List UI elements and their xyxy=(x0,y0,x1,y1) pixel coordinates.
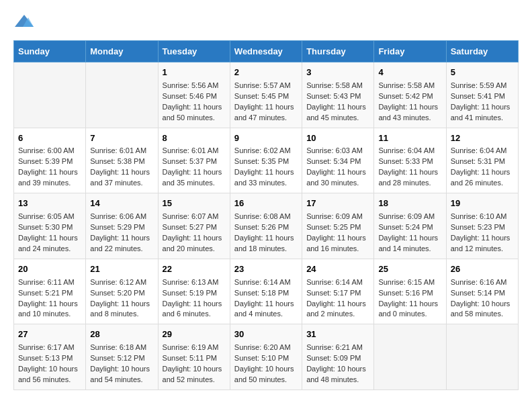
sunrise-info: Sunrise: 6:09 AMSunset: 5:24 PMDaylight:… xyxy=(378,212,438,253)
calendar-cell xyxy=(446,324,518,390)
sunrise-info: Sunrise: 6:18 AMSunset: 5:12 PMDaylight:… xyxy=(90,343,150,383)
calendar-body: 1 Sunrise: 5:56 AMSunset: 5:46 PMDayligh… xyxy=(14,62,519,390)
sunrise-info: Sunrise: 6:10 AMSunset: 5:23 PMDaylight:… xyxy=(451,212,511,253)
calendar-header: SundayMondayTuesdayWednesdayThursdayFrid… xyxy=(14,41,519,62)
sunrise-info: Sunrise: 6:07 AMSunset: 5:27 PMDaylight:… xyxy=(163,212,222,253)
sunrise-info: Sunrise: 6:21 AMSunset: 5:09 PMDaylight:… xyxy=(306,343,366,383)
calendar-cell: 20 Sunrise: 6:11 AMSunset: 5:21 PMDaylig… xyxy=(14,259,86,324)
day-number: 19 xyxy=(451,197,514,210)
weekday-row: SundayMondayTuesdayWednesdayThursdayFrid… xyxy=(14,41,519,62)
sunrise-info: Sunrise: 6:17 AMSunset: 5:13 PMDaylight:… xyxy=(18,343,78,383)
sunrise-info: Sunrise: 6:12 AMSunset: 5:20 PMDaylight:… xyxy=(90,278,150,318)
sunrise-info: Sunrise: 6:14 AMSunset: 5:18 PMDaylight:… xyxy=(234,278,294,318)
day-number: 30 xyxy=(234,328,298,341)
calendar-cell xyxy=(374,324,446,390)
sunrise-info: Sunrise: 6:00 AMSunset: 5:39 PMDaylight:… xyxy=(18,146,78,187)
sunrise-info: Sunrise: 6:01 AMSunset: 5:38 PMDaylight:… xyxy=(90,146,150,187)
day-number: 29 xyxy=(163,328,226,341)
day-number: 17 xyxy=(306,197,369,210)
calendar-cell: 28 Sunrise: 6:18 AMSunset: 5:12 PMDaylig… xyxy=(86,324,158,390)
day-number: 15 xyxy=(163,197,226,210)
day-number: 22 xyxy=(163,263,226,276)
sunrise-info: Sunrise: 6:05 AMSunset: 5:30 PMDaylight:… xyxy=(18,212,78,253)
logo-icon xyxy=(13,13,35,30)
calendar-cell: 17 Sunrise: 6:09 AMSunset: 5:25 PMDaylig… xyxy=(302,193,374,259)
calendar-cell: 22 Sunrise: 6:13 AMSunset: 5:19 PMDaylig… xyxy=(158,259,230,324)
day-number: 7 xyxy=(90,132,153,145)
day-number: 1 xyxy=(163,66,226,79)
calendar-cell: 6 Sunrise: 6:00 AMSunset: 5:39 PMDayligh… xyxy=(14,128,86,193)
sunrise-info: Sunrise: 5:56 AMSunset: 5:46 PMDaylight:… xyxy=(163,81,222,122)
day-number: 21 xyxy=(90,263,153,276)
day-number: 5 xyxy=(451,66,514,79)
sunrise-info: Sunrise: 6:13 AMSunset: 5:19 PMDaylight:… xyxy=(163,278,222,318)
calendar-cell: 3 Sunrise: 5:58 AMSunset: 5:43 PMDayligh… xyxy=(302,62,374,128)
day-number: 28 xyxy=(90,328,153,341)
weekday-friday: Friday xyxy=(374,41,446,62)
day-number: 3 xyxy=(306,66,369,79)
sunrise-info: Sunrise: 6:09 AMSunset: 5:25 PMDaylight:… xyxy=(306,212,366,253)
calendar-cell: 19 Sunrise: 6:10 AMSunset: 5:23 PMDaylig… xyxy=(446,193,518,259)
sunrise-info: Sunrise: 5:57 AMSunset: 5:45 PMDaylight:… xyxy=(234,81,294,122)
weekday-tuesday: Tuesday xyxy=(158,41,230,62)
day-number: 25 xyxy=(378,263,441,276)
calendar-cell: 29 Sunrise: 6:19 AMSunset: 5:11 PMDaylig… xyxy=(158,324,230,390)
calendar-cell: 4 Sunrise: 5:58 AMSunset: 5:42 PMDayligh… xyxy=(374,62,446,128)
sunrise-info: Sunrise: 5:59 AMSunset: 5:41 PMDaylight:… xyxy=(451,81,511,122)
sunrise-info: Sunrise: 5:58 AMSunset: 5:43 PMDaylight:… xyxy=(306,81,366,122)
calendar-cell: 13 Sunrise: 6:05 AMSunset: 5:30 PMDaylig… xyxy=(14,193,86,259)
sunrise-info: Sunrise: 5:58 AMSunset: 5:42 PMDaylight:… xyxy=(378,81,438,122)
calendar-cell: 12 Sunrise: 6:04 AMSunset: 5:31 PMDaylig… xyxy=(446,128,518,193)
weekday-sunday: Sunday xyxy=(14,41,86,62)
calendar-cell: 11 Sunrise: 6:04 AMSunset: 5:33 PMDaylig… xyxy=(374,128,446,193)
sunrise-info: Sunrise: 6:03 AMSunset: 5:34 PMDaylight:… xyxy=(306,146,366,187)
sunrise-info: Sunrise: 6:15 AMSunset: 5:16 PMDaylight:… xyxy=(378,278,438,318)
day-number: 27 xyxy=(18,328,81,341)
day-number: 18 xyxy=(378,197,441,210)
sunrise-info: Sunrise: 6:04 AMSunset: 5:33 PMDaylight:… xyxy=(378,146,438,187)
calendar-cell: 30 Sunrise: 6:20 AMSunset: 5:10 PMDaylig… xyxy=(230,324,302,390)
sunrise-info: Sunrise: 6:02 AMSunset: 5:35 PMDaylight:… xyxy=(234,146,294,187)
calendar-table: SundayMondayTuesdayWednesdayThursdayFrid… xyxy=(13,40,519,390)
day-number: 20 xyxy=(18,263,81,276)
calendar-cell: 23 Sunrise: 6:14 AMSunset: 5:18 PMDaylig… xyxy=(230,259,302,324)
week-row-5: 27 Sunrise: 6:17 AMSunset: 5:13 PMDaylig… xyxy=(14,324,519,390)
calendar-cell: 9 Sunrise: 6:02 AMSunset: 5:35 PMDayligh… xyxy=(230,128,302,193)
day-number: 31 xyxy=(306,328,369,341)
day-number: 8 xyxy=(163,132,226,145)
weekday-wednesday: Wednesday xyxy=(230,41,302,62)
calendar-cell: 5 Sunrise: 5:59 AMSunset: 5:41 PMDayligh… xyxy=(446,62,518,128)
calendar-cell: 10 Sunrise: 6:03 AMSunset: 5:34 PMDaylig… xyxy=(302,128,374,193)
weekday-monday: Monday xyxy=(86,41,158,62)
week-row-4: 20 Sunrise: 6:11 AMSunset: 5:21 PMDaylig… xyxy=(14,259,519,324)
day-number: 11 xyxy=(378,132,441,145)
day-number: 23 xyxy=(234,263,298,276)
sunrise-info: Sunrise: 6:14 AMSunset: 5:17 PMDaylight:… xyxy=(306,278,366,318)
sunrise-info: Sunrise: 6:11 AMSunset: 5:21 PMDaylight:… xyxy=(18,278,78,318)
weekday-thursday: Thursday xyxy=(302,41,374,62)
day-number: 10 xyxy=(306,132,369,145)
calendar-cell xyxy=(86,62,158,128)
calendar-cell: 31 Sunrise: 6:21 AMSunset: 5:09 PMDaylig… xyxy=(302,324,374,390)
calendar-cell: 18 Sunrise: 6:09 AMSunset: 5:24 PMDaylig… xyxy=(374,193,446,259)
day-number: 4 xyxy=(378,66,441,79)
day-number: 24 xyxy=(306,263,369,276)
calendar-cell: 24 Sunrise: 6:14 AMSunset: 5:17 PMDaylig… xyxy=(302,259,374,324)
calendar-cell: 26 Sunrise: 6:16 AMSunset: 5:14 PMDaylig… xyxy=(446,259,518,324)
calendar-cell: 16 Sunrise: 6:08 AMSunset: 5:26 PMDaylig… xyxy=(230,193,302,259)
calendar-cell: 1 Sunrise: 5:56 AMSunset: 5:46 PMDayligh… xyxy=(158,62,230,128)
calendar-cell: 14 Sunrise: 6:06 AMSunset: 5:29 PMDaylig… xyxy=(86,193,158,259)
sunrise-info: Sunrise: 6:06 AMSunset: 5:29 PMDaylight:… xyxy=(90,212,150,253)
calendar-cell: 27 Sunrise: 6:17 AMSunset: 5:13 PMDaylig… xyxy=(14,324,86,390)
sunrise-info: Sunrise: 6:20 AMSunset: 5:10 PMDaylight:… xyxy=(234,343,294,383)
week-row-3: 13 Sunrise: 6:05 AMSunset: 5:30 PMDaylig… xyxy=(14,193,519,259)
sunrise-info: Sunrise: 6:08 AMSunset: 5:26 PMDaylight:… xyxy=(234,212,294,253)
calendar-cell: 15 Sunrise: 6:07 AMSunset: 5:27 PMDaylig… xyxy=(158,193,230,259)
day-number: 26 xyxy=(451,263,514,276)
calendar-cell: 2 Sunrise: 5:57 AMSunset: 5:45 PMDayligh… xyxy=(230,62,302,128)
day-number: 16 xyxy=(234,197,298,210)
logo xyxy=(13,13,35,30)
day-number: 13 xyxy=(18,197,81,210)
calendar-cell: 8 Sunrise: 6:01 AMSunset: 5:37 PMDayligh… xyxy=(158,128,230,193)
calendar-cell: 21 Sunrise: 6:12 AMSunset: 5:20 PMDaylig… xyxy=(86,259,158,324)
